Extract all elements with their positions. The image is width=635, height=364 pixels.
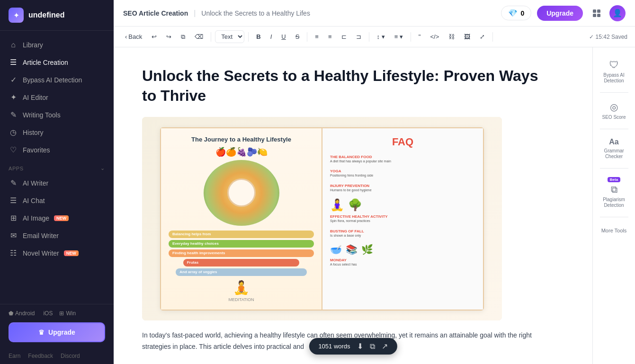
topbar: SEO Article Creation | Unlock the Secret… [114,0,635,27]
chat-icon: ☰ [9,196,18,205]
writer-icon: ✎ [9,178,18,187]
sidebar-item-ai-writer[interactable]: ✎ AI Writer [0,174,114,192]
coin-icon: 💎 [508,9,518,18]
content-area: Unlock the Secrets to a Healthy Lifestyl… [114,47,635,364]
toolbar-sep-5 [411,32,411,42]
svg-rect-3 [597,14,600,17]
editor[interactable]: Unlock the Secrets to a Healthy Lifestyl… [114,47,592,364]
earn-link[interactable]: Earn [9,353,20,359]
italic-button[interactable]: I [267,31,276,42]
ios-link[interactable]: iOS [41,310,53,317]
topbar-separator: | [194,9,196,18]
rp-plagiarism-label: Plagiarism Detection [598,197,630,208]
pen-icon: ✎ [9,110,18,119]
rp-bypass-ai[interactable]: 🛡 Bypass AI Detection [595,55,633,89]
sidebar-item-article-creation[interactable]: ☰ Article Creation [0,53,114,71]
grid-icon-button[interactable] [589,5,605,21]
coin-count: 0 [520,9,524,17]
copy-icon[interactable]: ⧉ [370,342,375,351]
sidebar-item-ai-image[interactable]: ⊞ AI Image NEW [0,209,114,227]
faq-activity-text: Spin flora, normal practices [330,219,475,223]
indent-button[interactable]: ⊏ [338,31,350,42]
sidebar: ✦ undefined ⌂ Library ☰ Article Creation… [0,0,114,364]
sidebar-item-email-writer[interactable]: ✉ Email Writer [0,227,114,244]
underline-button[interactable]: U [277,31,289,42]
back-button[interactable]: ‹ Back [121,31,146,42]
rp-sep-4 [600,217,628,217]
faq-right-figures: 🧘‍♀️ 🌳 [330,198,475,212]
user-avatar[interactable]: 👤 [609,5,626,21]
discord-link[interactable]: Discord [61,353,80,359]
win-link[interactable]: ⊞ Win [59,310,76,317]
sidebar-item-ai-chat[interactable]: ☰ AI Chat [0,192,114,209]
word-count-bar: 1051 words ⬇ ⧉ ↗ [309,338,397,355]
logo-icon: ✦ [9,8,24,23]
export-icon[interactable]: ↗ [382,342,388,351]
undo-button[interactable]: ↩ [148,31,161,42]
sidebar-item-ai-editor[interactable]: ✦ AI Editor [0,89,114,106]
bold-button[interactable]: B [252,31,264,42]
toolbar-sep-3 [307,32,307,42]
topbar-icons: 👤 [589,5,626,21]
bowl-figure: 🥣 [330,244,342,255]
sidebar-item-library[interactable]: ⌂ Library [0,36,114,53]
quote-button[interactable]: " [415,31,425,42]
sidebar-item-bypass-ai[interactable]: ✓ Bypass AI Detection [0,71,114,89]
toolbar: ‹ Back ↩ ↪ ⧉ ⌫ Text B I U S ≡ ≡ ⊏ ⊐ ↕ ▾ … [114,27,635,47]
copy-button[interactable]: ⧉ [177,31,189,43]
sidebar-item-favorites[interactable]: ♡ Favorites [0,141,114,159]
rp-seo-score[interactable]: ◎ SEO Score [595,97,633,125]
line-height-button[interactable]: ↕ ▾ [373,31,389,42]
faq-yoga-text: Positioning hims fronting side [330,173,475,178]
unordered-list-button[interactable]: ≡ [311,31,322,42]
sidebar-item-novel-writer[interactable]: ☷ Novel Writer NEW [0,244,114,262]
toolbar-sep-6 [492,32,493,42]
infographic-title: The Journey to a Healthy Lifestyle [191,136,291,143]
rp-sep-1 [600,92,628,93]
infographic-right: FAQ THE BALANCED FOOD A diet that has al… [322,128,483,310]
android-link[interactable]: ⬟ Android [9,310,35,317]
crown-icon: ♛ [38,328,45,336]
faq-stress-text: Is shown a base only [330,233,475,238]
rp-sep-2 [600,129,628,129]
word-count: 1051 words [318,343,350,350]
code-button[interactable]: </> [426,31,443,42]
faq-1-title: THE BALANCED FOOD [330,155,475,159]
feedback-link[interactable]: Feedback [28,353,53,359]
app-name: undefined [28,11,64,19]
faq-prevention-text: Humans to be good hygiene [330,188,475,193]
toolbar-sep-2 [248,32,249,42]
food-circle [204,160,279,226]
strikethrough-button[interactable]: S [292,31,304,42]
apps-section-label: Apps ⌄ [0,159,114,174]
redo-button[interactable]: ↪ [162,31,175,42]
upgrade-header-button[interactable]: Upgrade [537,6,583,21]
more-tools-label: More Tools [601,228,627,233]
rp-more-tools[interactable]: More Tools [595,221,633,238]
rp-plagiarism[interactable]: Beta ⧉ Plagiarism Detection [595,172,633,213]
beta-badge: Beta [608,177,620,182]
fullscreen-button[interactable]: ⤢ [476,31,489,42]
rp-grammar[interactable]: Aa Grammar Checker [595,133,633,164]
link-button[interactable]: ⛓ [445,31,458,42]
faq-activity-title: EFFECTIVE HEALTHY ACTIVITY [330,214,475,219]
sidebar-item-history[interactable]: ◷ History [0,124,114,141]
outdent-button[interactable]: ⊐ [352,31,365,42]
windows-icon: ⊞ [59,310,64,317]
platform-row: ⬟ Android iOS ⊞ Win [9,310,105,317]
ordered-list-button[interactable]: ≡ [324,31,336,42]
text-format-select[interactable]: Text [215,30,244,43]
upgrade-sidebar-button[interactable]: ♛ Upgrade [9,322,105,342]
email-icon: ✉ [9,231,18,240]
sidebar-item-writing-tools[interactable]: ✎ Writing Tools [0,106,114,124]
document-title: Unlock the Secrets to a Healthy Lifestyl… [142,66,555,106]
food-circle-inner [227,178,256,207]
meditation-label: MEDITATION [228,297,254,302]
infographic-left: The Journey to a Healthy Lifestyle 🍎🍊🍇🫐🍋… [161,128,322,310]
svg-rect-2 [593,14,596,17]
align-button[interactable]: ≡ ▾ [391,31,407,42]
clear-format-button[interactable]: ⌫ [191,31,207,42]
grammar-icon: Aa [609,138,618,146]
download-icon[interactable]: ⬇ [357,342,363,351]
image-button[interactable]: 🖼 [460,31,474,42]
